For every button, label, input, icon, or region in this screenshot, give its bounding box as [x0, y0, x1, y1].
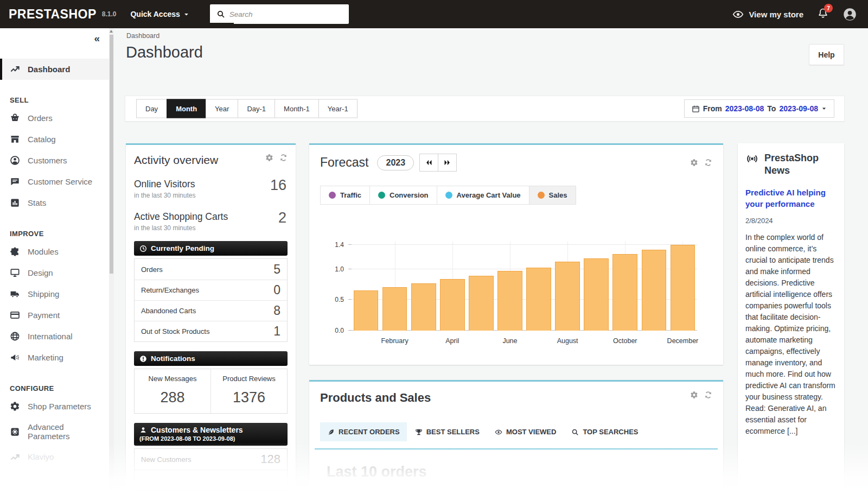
forecast-bar-april — [440, 279, 465, 331]
tab-top-searches[interactable]: TOP SEARCHES — [564, 422, 645, 441]
forecast-bar-march — [411, 283, 436, 331]
range-tab-year[interactable]: Year — [206, 99, 238, 118]
bar-chart-icon — [10, 198, 20, 208]
list-item[interactable]: Return/Exchanges 0 — [135, 280, 287, 300]
forecast-bar-july — [526, 268, 551, 331]
news-body-text: In the complex world of online commerce,… — [745, 232, 837, 437]
quick-access-menu[interactable]: Quick Access — [130, 10, 189, 18]
forecast-next-button[interactable] — [438, 154, 457, 172]
range-tab-month[interactable]: Month — [167, 99, 206, 118]
sidebar-item-modules[interactable]: Modules — [0, 241, 114, 262]
credit-card-icon — [10, 310, 20, 320]
top-bar: PRESTASHOP 8.1.0 Quick Access View my st… — [0, 0, 868, 28]
sidebar-scrollbar[interactable] — [109, 28, 114, 494]
range-tab-month-1[interactable]: Month-1 — [275, 99, 319, 118]
currently-pending-list: Orders 5 Return/Exchanges 0 Abandoned Ca… — [134, 258, 288, 342]
sidebar-item-payment[interactable]: Payment — [0, 305, 114, 326]
sidebar-item-customers[interactable]: Customers — [0, 150, 114, 171]
legend-item-average-cart-value[interactable]: Average Cart Value — [437, 186, 529, 204]
search-icon — [571, 428, 579, 436]
sidebar-item-customer-service[interactable]: Customer Service — [0, 171, 114, 192]
legend-item-conversion[interactable]: Conversion — [369, 186, 437, 204]
panel-refresh-button[interactable] — [704, 159, 712, 167]
list-item[interactable]: Abandoned Carts 8 — [135, 300, 287, 321]
sidebar-item-klaviyo[interactable]: Klaviyo — [0, 447, 114, 468]
notifications-button[interactable]: 7 — [818, 8, 828, 21]
tab-most-viewed[interactable]: MOST VIEWED — [488, 422, 563, 441]
sidebar-item-stats[interactable]: Stats — [0, 192, 114, 213]
scrollbar-up-arrow[interactable] — [110, 30, 113, 33]
sidebar-collapse-button[interactable]: « — [94, 33, 100, 45]
eye-icon — [495, 428, 502, 436]
notifications-grid: New Messages 288 Product Reviews 1376 — [134, 369, 288, 414]
notifications-header: Notifications — [134, 351, 288, 366]
user-icon — [139, 426, 147, 434]
view-my-store-link[interactable]: View my store — [732, 9, 803, 20]
prestashop-news-panel: PrestaShop News Predictive AI helping yo… — [738, 143, 844, 494]
legend-item-sales[interactable]: Sales — [529, 186, 576, 204]
list-item[interactable]: Out of Stock Products 1 — [135, 321, 287, 341]
sidebar-item-advanced-parameters[interactable]: Advanced Parameters — [0, 417, 114, 447]
active-carts-value: 2 — [278, 210, 286, 226]
account-icon — [843, 7, 857, 22]
help-button[interactable]: Help — [809, 44, 844, 65]
global-search — [210, 4, 349, 24]
new-messages-cell[interactable]: New Messages 288 — [135, 369, 210, 413]
forecast-bar-january — [354, 290, 379, 331]
x-axis-tick-label: August — [557, 337, 578, 345]
activity-overview-title: Activity overview — [134, 154, 218, 167]
legend-item-traffic[interactable]: Traffic — [321, 186, 369, 204]
list-item[interactable]: Orders 5 — [135, 259, 287, 280]
date-range-picker[interactable]: From 2023-08-08 To 2023-09-08 — [684, 99, 834, 118]
range-tab-year-1[interactable]: Year-1 — [318, 99, 358, 118]
gear-square-icon — [10, 427, 20, 437]
products-and-sales-panel: Products and Sales RECENT ORDERS BEST SE… — [309, 380, 723, 494]
forecast-bar-november — [642, 250, 667, 331]
forecast-year-pill: 2023 — [377, 155, 414, 170]
forecast-prev-button[interactable] — [419, 154, 438, 172]
sidebar-item-international[interactable]: International — [0, 326, 114, 347]
refresh-icon — [279, 154, 288, 162]
sidebar-item-shop-parameters[interactable]: Shop Parameters — [0, 396, 114, 417]
basket-icon — [10, 113, 20, 123]
account-menu-button[interactable] — [843, 7, 857, 22]
sidebar-item-design[interactable]: Design — [0, 262, 114, 283]
tab-best-sellers[interactable]: BEST SELLERS — [408, 422, 487, 441]
page-title: Dashboard — [126, 43, 203, 61]
from-date: 2023-08-08 — [725, 104, 764, 113]
forecast-bar-december — [671, 245, 695, 331]
forecast-title: Forecast — [320, 155, 368, 170]
sidebar-nav: Dashboard SELL Orders Catalog Customers … — [0, 59, 114, 468]
forecast-legend: Traffic Conversion Average Cart Value Sa… — [320, 186, 576, 205]
news-headline-link[interactable]: Predictive AI helping your performance — [745, 187, 837, 210]
recent-orders-heading: Last 10 orders — [327, 464, 706, 480]
active-carts-stat: Active Shopping Carts in the last 30 min… — [134, 211, 288, 232]
clock-icon — [139, 245, 147, 252]
panel-settings-button[interactable] — [690, 159, 698, 167]
search-input[interactable] — [229, 4, 349, 24]
sidebar-item-orders[interactable]: Orders — [0, 107, 114, 129]
activity-overview-panel: Activity overview Online Visitors in the… — [126, 143, 296, 494]
y-axis-tick-label: 0.0 — [335, 327, 344, 334]
list-item[interactable]: New Customers 128 — [135, 449, 287, 470]
sidebar-item-shipping[interactable]: Shipping — [0, 283, 114, 305]
scrollbar-thumb[interactable] — [110, 35, 113, 274]
product-reviews-cell[interactable]: Product Reviews 1376 — [210, 369, 287, 413]
news-panel-title: PrestaShop News — [764, 152, 837, 178]
prestashop-logo: PRESTASHOP — [9, 7, 97, 22]
panel-refresh-button[interactable] — [704, 391, 712, 399]
panel-refresh-button[interactable] — [279, 154, 288, 162]
sidebar-item-catalog[interactable]: Catalog — [0, 129, 114, 150]
panel-settings-button[interactable] — [265, 154, 273, 162]
monitor-icon — [10, 268, 20, 278]
tab-recent-orders[interactable]: RECENT ORDERS — [320, 422, 407, 441]
forecast-panel: Forecast 2023 Traffic Convers — [309, 143, 723, 365]
panel-settings-button[interactable] — [690, 391, 698, 399]
currently-pending-header: Currently Pending — [134, 241, 288, 256]
sidebar-item-dashboard[interactable]: Dashboard — [0, 59, 114, 80]
range-tab-day-1[interactable]: Day-1 — [238, 99, 275, 118]
forecast-bar-june — [497, 271, 522, 331]
range-tab-day[interactable]: Day — [136, 99, 167, 118]
x-axis-tick-label: October — [613, 337, 637, 345]
sidebar-item-marketing[interactable]: Marketing — [0, 347, 114, 368]
